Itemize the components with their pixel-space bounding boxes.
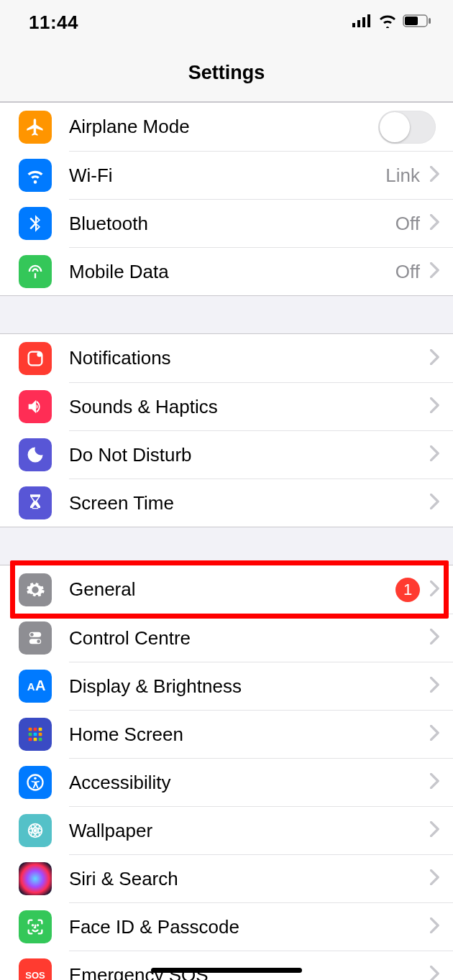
row-label: Bluetooth [69,213,395,235]
row-control-centre[interactable]: Control Centre [0,614,453,662]
chevron-right-icon [430,966,440,980]
row-home-screen[interactable]: Home Screen [0,710,453,758]
row-value: Off [395,261,420,283]
airplane-icon [19,111,52,144]
row-label: Notifications [69,347,430,369]
row-general[interactable]: General 1 [0,565,453,614]
section-general: General 1 Control Centre AA Display & Br… [0,565,453,980]
page-title: Settings [188,62,265,84]
row-label: Accessibility [69,772,430,794]
row-sounds[interactable]: Sounds & Haptics [0,382,453,430]
svg-text:SOS: SOS [25,970,45,981]
row-face-id[interactable]: Face ID & Passcode [0,902,453,951]
airplane-toggle[interactable] [378,111,436,144]
row-label: Control Centre [69,627,430,650]
svg-rect-15 [29,727,32,731]
row-display-brightness[interactable]: AA Display & Brightness [0,662,453,710]
row-value: Link [385,165,420,187]
svg-rect-6 [429,18,431,24]
home-screen-icon [19,718,52,751]
svg-rect-16 [34,727,37,731]
chevron-right-icon [430,494,440,512]
svg-rect-23 [39,737,42,741]
row-label: Airplane Mode [69,116,378,138]
section-connectivity: Airplane Mode Wi-Fi Link Bluetooth Off M… [0,102,453,296]
chevron-right-icon [430,821,440,840]
row-emergency-sos[interactable]: SOS Emergency SOS [0,951,453,980]
svg-rect-5 [405,17,418,25]
battery-icon [403,14,431,30]
siri-icon [19,862,52,895]
row-wallpaper[interactable]: Wallpaper [0,806,453,854]
status-icons [352,14,431,31]
wifi-settings-icon [19,159,52,192]
svg-rect-2 [362,17,365,27]
svg-rect-1 [357,20,360,27]
chevron-right-icon [430,581,440,599]
mobile-data-icon [19,255,52,288]
section-notifications: Notifications Sounds & Haptics Do Not Di… [0,333,453,527]
wallpaper-icon [19,814,52,847]
status-time: 11:44 [29,11,78,34]
chevron-right-icon [430,214,440,233]
accessibility-icon [19,766,52,799]
chevron-right-icon [430,445,440,464]
moon-icon [19,438,52,471]
row-label: General [69,578,395,601]
svg-text:A: A [27,680,35,693]
sos-icon: SOS [19,958,52,981]
row-siri-search[interactable]: Siri & Search [0,854,453,902]
svg-point-27 [34,828,37,832]
svg-point-32 [37,925,38,925]
row-label: Siri & Search [69,868,430,890]
hourglass-icon [19,486,52,519]
row-wifi[interactable]: Wi-Fi Link [0,151,453,199]
svg-rect-0 [352,23,355,27]
chevron-right-icon [430,773,440,792]
status-bar: 11:44 [0,0,453,45]
wifi-icon [378,14,397,31]
row-mobile-data[interactable]: Mobile Data Off [0,247,453,295]
row-notifications[interactable]: Notifications [0,334,453,382]
home-indicator [151,968,302,973]
settings-header: Settings [0,45,453,102]
row-label: Sounds & Haptics [69,396,430,418]
chevron-right-icon [430,725,440,744]
cellular-icon [352,14,372,30]
row-label: Home Screen [69,724,430,746]
row-value: Off [395,213,420,235]
row-screen-time[interactable]: Screen Time [0,479,453,527]
chevron-right-icon [430,349,440,368]
gear-icon [19,573,52,606]
svg-point-12 [37,639,40,643]
svg-point-25 [34,777,37,780]
svg-rect-19 [34,732,37,736]
row-label: Face ID & Passcode [69,916,430,938]
svg-point-8 [37,351,42,356]
notification-badge: 1 [395,578,420,602]
svg-rect-22 [34,737,37,741]
row-airplane-mode[interactable]: Airplane Mode [0,103,453,151]
svg-rect-20 [39,732,42,736]
row-bluetooth[interactable]: Bluetooth Off [0,199,453,247]
row-label: Wi-Fi [69,165,385,187]
notifications-icon [19,342,52,375]
svg-rect-18 [29,732,32,736]
chevron-right-icon [430,397,440,416]
svg-point-10 [30,633,34,637]
row-accessibility[interactable]: Accessibility [0,758,453,806]
sounds-icon [19,390,52,423]
row-label: Do Not Disturb [69,444,430,466]
display-icon: AA [19,670,52,703]
control-centre-icon [19,621,52,655]
chevron-right-icon [430,677,440,695]
row-do-not-disturb[interactable]: Do Not Disturb [0,430,453,479]
svg-rect-3 [367,14,370,27]
chevron-right-icon [430,629,440,647]
bluetooth-icon [19,207,52,240]
row-label: Wallpaper [69,820,430,842]
row-label: Screen Time [69,492,430,514]
chevron-right-icon [430,166,440,185]
chevron-right-icon [430,917,440,936]
svg-rect-21 [29,737,32,741]
